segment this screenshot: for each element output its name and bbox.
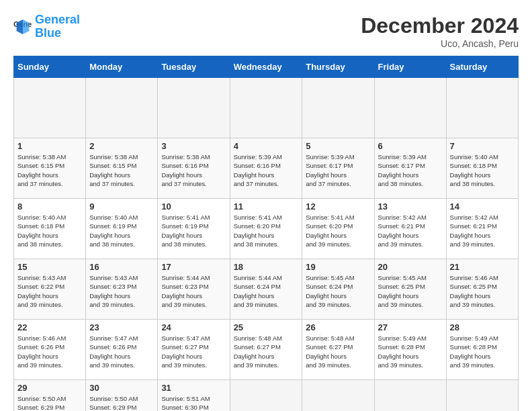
- calendar-week-0: [14, 78, 519, 138]
- calendar-cell: 26 Sunrise: 5:48 AM Sunset: 6:27 PM Dayl…: [302, 320, 374, 380]
- calendar-cell: 3 Sunrise: 5:38 AM Sunset: 6:16 PM Dayli…: [158, 138, 230, 199]
- day-info: Sunrise: 5:39 AM Sunset: 6:16 PM Dayligh…: [234, 152, 299, 188]
- day-header-thursday: Thursday: [302, 56, 374, 78]
- day-number: 14: [450, 201, 515, 212]
- day-number: 24: [161, 322, 226, 332]
- calendar-cell: [302, 78, 374, 138]
- day-number: 29: [17, 383, 82, 393]
- calendar-cell: [158, 78, 230, 138]
- calendar-cell: [446, 78, 518, 138]
- day-info: Sunrise: 5:39 AM Sunset: 6:17 PM Dayligh…: [378, 152, 443, 188]
- calendar-cell: [302, 380, 374, 412]
- day-header-wednesday: Wednesday: [230, 56, 302, 78]
- day-info: Sunrise: 5:38 AM Sunset: 6:16 PM Dayligh…: [161, 152, 226, 188]
- day-number: 2: [89, 141, 154, 151]
- day-header-sunday: Sunday: [14, 56, 86, 78]
- day-info: Sunrise: 5:47 AM Sunset: 6:26 PM Dayligh…: [89, 334, 154, 369]
- day-number: 20: [378, 262, 443, 272]
- day-info: Sunrise: 5:50 AM Sunset: 6:29 PM Dayligh…: [89, 394, 154, 411]
- calendar-cell: [230, 78, 302, 138]
- calendar-cell: 24 Sunrise: 5:47 AM Sunset: 6:27 PM Dayl…: [158, 320, 230, 380]
- calendar-cell: 7 Sunrise: 5:40 AM Sunset: 6:18 PM Dayli…: [446, 138, 518, 199]
- day-number: 30: [89, 383, 154, 393]
- page-header: General GeneralBlue December 2024 Uco, A…: [13, 13, 519, 49]
- calendar-cell: 21 Sunrise: 5:46 AM Sunset: 6:25 PM Dayl…: [446, 259, 518, 320]
- day-info: Sunrise: 5:40 AM Sunset: 6:18 PM Dayligh…: [450, 152, 515, 188]
- day-number: 13: [378, 201, 443, 212]
- day-info: Sunrise: 5:50 AM Sunset: 6:29 PM Dayligh…: [17, 394, 82, 411]
- day-number: 28: [450, 322, 515, 332]
- day-header-saturday: Saturday: [446, 56, 518, 78]
- day-info: Sunrise: 5:48 AM Sunset: 6:27 PM Dayligh…: [234, 334, 299, 369]
- day-number: 8: [17, 201, 82, 212]
- day-number: 27: [378, 322, 443, 332]
- month-title: December 2024: [361, 13, 519, 38]
- calendar-cell: [86, 78, 158, 138]
- day-info: Sunrise: 5:41 AM Sunset: 6:20 PM Dayligh…: [234, 213, 299, 248]
- calendar-week-3: 15 Sunrise: 5:43 AM Sunset: 6:22 PM Dayl…: [14, 259, 519, 320]
- calendar-cell: 10 Sunrise: 5:41 AM Sunset: 6:19 PM Dayl…: [158, 199, 230, 259]
- day-number: 22: [17, 322, 82, 332]
- day-info: Sunrise: 5:51 AM Sunset: 6:30 PM Dayligh…: [161, 394, 226, 411]
- calendar-week-4: 22 Sunrise: 5:46 AM Sunset: 6:26 PM Dayl…: [14, 320, 519, 380]
- logo-text: GeneralBlue: [35, 13, 80, 40]
- day-number: 7: [450, 141, 515, 151]
- day-number: 6: [378, 141, 443, 151]
- day-info: Sunrise: 5:44 AM Sunset: 6:23 PM Dayligh…: [161, 273, 226, 309]
- header-row: SundayMondayTuesdayWednesdayThursdayFrid…: [14, 56, 519, 78]
- calendar-cell: 22 Sunrise: 5:46 AM Sunset: 6:26 PM Dayl…: [14, 320, 86, 380]
- day-info: Sunrise: 5:43 AM Sunset: 6:23 PM Dayligh…: [89, 273, 154, 309]
- calendar-cell: 31 Sunrise: 5:51 AM Sunset: 6:30 PM Dayl…: [158, 380, 230, 412]
- day-number: 16: [89, 262, 154, 272]
- day-number: 31: [161, 383, 226, 393]
- calendar-cell: [446, 380, 518, 412]
- calendar-week-1: 1 Sunrise: 5:38 AM Sunset: 6:15 PM Dayli…: [14, 138, 519, 199]
- calendar-cell: 20 Sunrise: 5:45 AM Sunset: 6:25 PM Dayl…: [374, 259, 446, 320]
- calendar-cell: 1 Sunrise: 5:38 AM Sunset: 6:15 PM Dayli…: [14, 138, 86, 199]
- calendar-cell: 12 Sunrise: 5:41 AM Sunset: 6:20 PM Dayl…: [302, 199, 374, 259]
- day-number: 5: [306, 141, 370, 151]
- day-info: Sunrise: 5:49 AM Sunset: 6:28 PM Dayligh…: [450, 334, 515, 369]
- calendar-cell: 19 Sunrise: 5:45 AM Sunset: 6:24 PM Dayl…: [302, 259, 374, 320]
- day-info: Sunrise: 5:41 AM Sunset: 6:20 PM Dayligh…: [306, 213, 370, 248]
- calendar-cell: 28 Sunrise: 5:49 AM Sunset: 6:28 PM Dayl…: [446, 320, 518, 380]
- day-info: Sunrise: 5:40 AM Sunset: 6:19 PM Dayligh…: [89, 213, 154, 248]
- day-info: Sunrise: 5:45 AM Sunset: 6:25 PM Dayligh…: [378, 273, 443, 309]
- calendar-cell: [374, 380, 446, 412]
- logo-icon: General: [13, 17, 32, 36]
- calendar-cell: 14 Sunrise: 5:42 AM Sunset: 6:21 PM Dayl…: [446, 199, 518, 259]
- calendar-cell: 27 Sunrise: 5:49 AM Sunset: 6:28 PM Dayl…: [374, 320, 446, 380]
- calendar-cell: 5 Sunrise: 5:39 AM Sunset: 6:17 PM Dayli…: [302, 138, 374, 199]
- day-info: Sunrise: 5:42 AM Sunset: 6:21 PM Dayligh…: [378, 213, 443, 248]
- calendar-week-2: 8 Sunrise: 5:40 AM Sunset: 6:18 PM Dayli…: [14, 199, 519, 259]
- calendar-cell: 30 Sunrise: 5:50 AM Sunset: 6:29 PM Dayl…: [86, 380, 158, 412]
- calendar-cell: 16 Sunrise: 5:43 AM Sunset: 6:23 PM Dayl…: [86, 259, 158, 320]
- calendar-cell: [14, 78, 86, 138]
- day-header-monday: Monday: [86, 56, 158, 78]
- calendar-cell: 23 Sunrise: 5:47 AM Sunset: 6:26 PM Dayl…: [86, 320, 158, 380]
- calendar-cell: [230, 380, 302, 412]
- calendar-cell: 15 Sunrise: 5:43 AM Sunset: 6:22 PM Dayl…: [14, 259, 86, 320]
- day-info: Sunrise: 5:44 AM Sunset: 6:24 PM Dayligh…: [234, 273, 299, 309]
- calendar-cell: 4 Sunrise: 5:39 AM Sunset: 6:16 PM Dayli…: [230, 138, 302, 199]
- location: Uco, Ancash, Peru: [361, 38, 519, 49]
- day-info: Sunrise: 5:49 AM Sunset: 6:28 PM Dayligh…: [378, 334, 443, 369]
- day-number: 23: [89, 322, 154, 332]
- day-info: Sunrise: 5:38 AM Sunset: 6:15 PM Dayligh…: [17, 152, 82, 188]
- calendar-table: SundayMondayTuesdayWednesdayThursdayFrid…: [13, 56, 519, 411]
- day-number: 21: [450, 262, 515, 272]
- day-info: Sunrise: 5:46 AM Sunset: 6:25 PM Dayligh…: [450, 273, 515, 309]
- day-info: Sunrise: 5:43 AM Sunset: 6:22 PM Dayligh…: [17, 273, 82, 309]
- day-header-friday: Friday: [374, 56, 446, 78]
- day-number: 3: [161, 141, 226, 151]
- day-info: Sunrise: 5:39 AM Sunset: 6:17 PM Dayligh…: [306, 152, 370, 188]
- calendar-week-5: 29 Sunrise: 5:50 AM Sunset: 6:29 PM Dayl…: [14, 380, 519, 412]
- calendar-cell: [374, 78, 446, 138]
- day-number: 10: [161, 201, 226, 212]
- calendar-cell: 18 Sunrise: 5:44 AM Sunset: 6:24 PM Dayl…: [230, 259, 302, 320]
- calendar-cell: 17 Sunrise: 5:44 AM Sunset: 6:23 PM Dayl…: [158, 259, 230, 320]
- day-info: Sunrise: 5:45 AM Sunset: 6:24 PM Dayligh…: [306, 273, 370, 309]
- calendar-cell: 2 Sunrise: 5:38 AM Sunset: 6:15 PM Dayli…: [86, 138, 158, 199]
- calendar-cell: 9 Sunrise: 5:40 AM Sunset: 6:19 PM Dayli…: [86, 199, 158, 259]
- day-number: 18: [234, 262, 299, 272]
